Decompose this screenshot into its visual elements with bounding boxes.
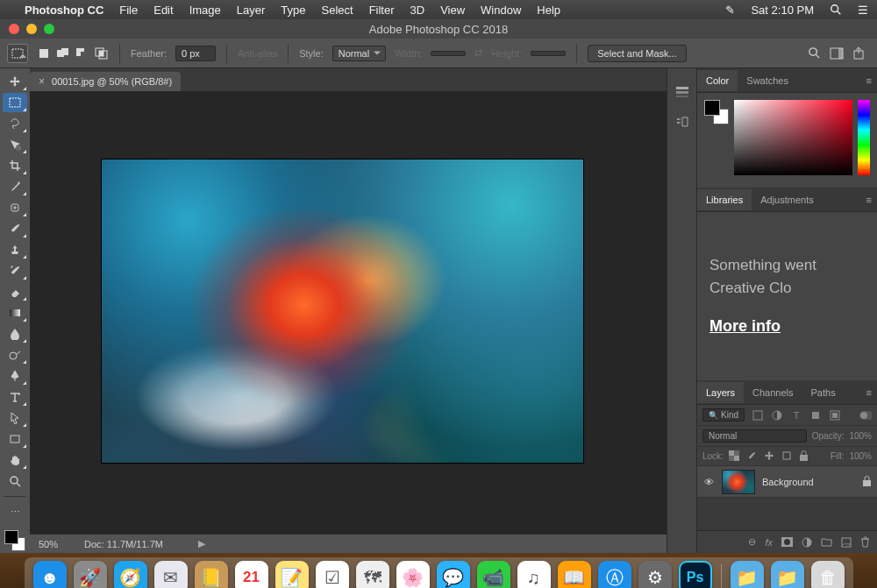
dock-maps[interactable]: 🗺 bbox=[356, 561, 389, 588]
subtract-selection-icon[interactable] bbox=[75, 46, 89, 60]
type-tool[interactable] bbox=[3, 387, 27, 407]
menu-file[interactable]: File bbox=[119, 4, 138, 17]
notification-icon[interactable]: ✎ bbox=[725, 4, 735, 17]
dock-appstore[interactable]: Ⓐ bbox=[598, 561, 631, 588]
intersect-selection-icon[interactable] bbox=[95, 46, 109, 60]
close-tab-icon[interactable]: × bbox=[39, 75, 45, 88]
lock-transparent-icon[interactable] bbox=[729, 450, 741, 463]
dock-itunes[interactable]: ♫ bbox=[517, 561, 551, 588]
tab-paths[interactable]: Paths bbox=[802, 382, 845, 403]
eraser-tool[interactable] bbox=[3, 282, 27, 301]
filter-pixel-icon[interactable] bbox=[752, 409, 764, 422]
libraries-panel-menu-icon[interactable]: ≡ bbox=[861, 195, 877, 205]
fx-icon[interactable]: fx bbox=[765, 537, 773, 548]
tab-layers[interactable]: Layers bbox=[697, 382, 744, 403]
adjustment-layer-icon[interactable] bbox=[802, 537, 812, 548]
group-icon[interactable] bbox=[821, 537, 832, 547]
menu-filter[interactable]: Filter bbox=[369, 4, 395, 17]
app-menu[interactable]: Photoshop CC bbox=[25, 4, 103, 17]
hue-slider[interactable] bbox=[858, 100, 870, 175]
color-fg-bg-swatch[interactable] bbox=[704, 100, 729, 124]
move-tool[interactable] bbox=[3, 72, 27, 91]
doc-size-readout[interactable]: Doc: 11.7M/11.7M bbox=[84, 539, 163, 549]
history-brush-tool[interactable] bbox=[3, 261, 27, 280]
lock-position-icon[interactable] bbox=[764, 450, 776, 463]
select-and-mask-button[interactable]: Select and Mask... bbox=[588, 45, 687, 62]
dock-downloads[interactable]: 📁 bbox=[771, 561, 804, 588]
tab-channels[interactable]: Channels bbox=[744, 382, 802, 403]
tab-swatches[interactable]: Swatches bbox=[738, 70, 797, 91]
blend-mode-select[interactable]: Normal bbox=[702, 429, 807, 443]
dodge-tool[interactable] bbox=[3, 345, 27, 365]
libraries-more-info-link[interactable]: More info bbox=[709, 315, 865, 338]
dock-safari[interactable]: 🧭 bbox=[114, 561, 147, 588]
quick-select-tool[interactable] bbox=[3, 135, 27, 154]
dock-calendar[interactable]: 21 bbox=[235, 561, 268, 588]
layer-filter-kind[interactable]: 🔍Kind bbox=[702, 408, 745, 422]
menu-layer[interactable]: Layer bbox=[237, 4, 266, 17]
lock-all-icon[interactable] bbox=[799, 450, 811, 463]
minimize-window-button[interactable] bbox=[26, 24, 37, 34]
brush-tool[interactable] bbox=[3, 219, 27, 238]
properties-panel-icon[interactable] bbox=[674, 114, 691, 130]
lock-artboard-icon[interactable] bbox=[781, 450, 794, 463]
menu-help[interactable]: Help bbox=[537, 4, 560, 17]
blur-tool[interactable] bbox=[3, 324, 27, 344]
menu-view[interactable]: View bbox=[440, 4, 465, 17]
delete-layer-icon[interactable] bbox=[860, 536, 870, 548]
dock-photoshop[interactable]: Ps bbox=[679, 561, 712, 588]
search-icon[interactable] bbox=[808, 46, 821, 60]
color-panel-menu-icon[interactable]: ≡ bbox=[861, 75, 877, 86]
color-swatches[interactable] bbox=[3, 528, 27, 551]
dock-photos[interactable]: 🌸 bbox=[396, 561, 430, 588]
dock-documents[interactable]: 📁 bbox=[731, 561, 764, 588]
history-panel-icon[interactable] bbox=[674, 84, 691, 100]
layer-name[interactable]: Background bbox=[762, 477, 855, 487]
close-window-button[interactable] bbox=[9, 24, 19, 34]
layers-panel-menu-icon[interactable]: ≡ bbox=[861, 387, 877, 398]
link-layers-icon[interactable]: ⊖ bbox=[748, 536, 756, 548]
layer-row[interactable]: 👁 Background bbox=[697, 466, 877, 498]
dock-notes[interactable]: 📝 bbox=[275, 561, 309, 588]
filter-adjust-icon[interactable] bbox=[771, 409, 783, 422]
filter-type-icon[interactable]: T bbox=[790, 409, 802, 422]
dock-mail[interactable]: ✉︎ bbox=[154, 561, 188, 588]
tab-color[interactable]: Color bbox=[697, 70, 738, 91]
filter-smart-icon[interactable] bbox=[829, 409, 841, 422]
gradient-tool[interactable] bbox=[3, 303, 27, 322]
new-selection-icon[interactable] bbox=[37, 46, 51, 60]
dock-ibooks[interactable]: 📖 bbox=[558, 561, 591, 588]
healing-brush-tool[interactable] bbox=[3, 198, 27, 217]
crop-tool[interactable] bbox=[3, 156, 27, 175]
hand-tool[interactable] bbox=[3, 450, 27, 470]
layer-visibility-icon[interactable]: 👁 bbox=[702, 477, 715, 487]
feather-input[interactable]: 0 px bbox=[175, 46, 216, 61]
control-center-icon[interactable]: ☰ bbox=[858, 4, 868, 17]
zoom-readout[interactable]: 50% bbox=[39, 539, 58, 549]
dock-finder[interactable]: ☻ bbox=[33, 561, 67, 588]
dock-messages[interactable]: 💬 bbox=[437, 561, 470, 588]
share-icon[interactable] bbox=[852, 46, 865, 60]
clone-stamp-tool[interactable] bbox=[3, 240, 27, 259]
menu-edit[interactable]: Edit bbox=[153, 4, 173, 17]
lock-paint-icon[interactable] bbox=[746, 450, 759, 463]
dock-launchpad[interactable]: 🚀 bbox=[74, 561, 107, 588]
menu-type[interactable]: Type bbox=[281, 4, 305, 17]
fill-value[interactable]: 100% bbox=[849, 451, 872, 461]
menubar-clock[interactable]: Sat 2:10 PM bbox=[751, 4, 814, 17]
shape-tool[interactable] bbox=[3, 429, 27, 449]
layer-lock-icon[interactable] bbox=[862, 476, 872, 487]
tab-libraries[interactable]: Libraries bbox=[697, 189, 752, 210]
menu-window[interactable]: Window bbox=[481, 4, 521, 17]
document-tab[interactable]: × 00015.jpg @ 50% (RGB/8#) bbox=[30, 72, 181, 91]
dock-preferences[interactable]: ⚙︎ bbox=[638, 561, 672, 588]
zoom-window-button[interactable] bbox=[44, 24, 54, 34]
tab-adjustments[interactable]: Adjustments bbox=[752, 189, 823, 210]
marquee-tool[interactable] bbox=[3, 93, 27, 112]
path-select-tool[interactable] bbox=[3, 408, 27, 428]
style-select[interactable]: Normal bbox=[332, 46, 386, 61]
filter-toggle[interactable] bbox=[859, 409, 872, 422]
edit-toolbar[interactable]: ⋯ bbox=[3, 502, 27, 521]
dock-contacts[interactable]: 📒 bbox=[195, 561, 228, 588]
spotlight-icon[interactable] bbox=[830, 4, 842, 16]
